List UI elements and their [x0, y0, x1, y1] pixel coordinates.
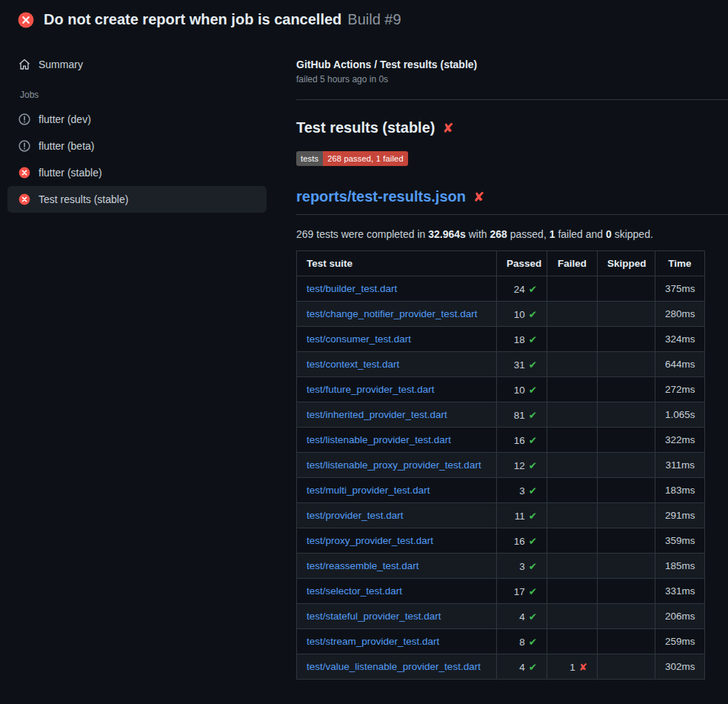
failed-status-icon	[18, 12, 34, 28]
summary-duration: 32.964s	[428, 228, 466, 240]
job-label: flutter (beta)	[39, 140, 94, 152]
passed-count: 16	[514, 435, 525, 446]
badge-value: 268 passed, 1 failed	[323, 151, 407, 166]
failed-cell	[547, 327, 598, 352]
check-icon: ✔	[529, 485, 537, 497]
skipped-cell	[598, 554, 655, 579]
run-status-text: failed 5 hours ago in 0s	[296, 74, 728, 84]
passed-count: 18	[514, 334, 525, 345]
summary-passed: 268	[490, 228, 507, 240]
job-label: flutter (dev)	[39, 113, 91, 125]
summary-text: failed and	[555, 228, 607, 240]
job-label: flutter (stable)	[39, 167, 102, 179]
test-suite-link[interactable]: test/proxy_provider_test.dart	[307, 535, 433, 546]
passed-cell: 17✔	[497, 579, 547, 604]
time-cell: 1.065s	[655, 402, 705, 428]
passed-cell: 11✔	[497, 503, 547, 528]
sidebar-item-flutter-beta[interactable]: flutter (beta)	[7, 133, 267, 159]
table-row: test/provider_test.dart 11✔ 291ms	[297, 503, 705, 528]
passed-cell: 10✔	[497, 377, 547, 402]
failed-cell	[547, 528, 598, 554]
build-number: Build #9	[347, 11, 401, 28]
passed-count: 24	[514, 284, 525, 295]
sidebar-item-test-results-stable[interactable]: Test results (stable)	[7, 186, 267, 213]
section-title-text: Test results (stable)	[296, 119, 435, 136]
table-row: test/change_notifier_provider_test.dart …	[297, 302, 705, 327]
failed-cell	[547, 377, 598, 402]
passed-cell: 31✔	[497, 352, 547, 377]
check-icon: ✔	[529, 385, 537, 396]
test-suite-link[interactable]: test/listenable_proxy_provider_test.dart	[307, 459, 481, 471]
table-row: test/stream_provider_test.dart 8✔ 259ms	[297, 629, 705, 654]
skipped-cell	[598, 654, 655, 680]
divider	[296, 99, 728, 100]
passed-cell: 16✔	[497, 528, 547, 554]
suite-cell: test/future_provider_test.dart	[297, 377, 497, 402]
test-suite-link[interactable]: test/context_test.dart	[307, 359, 399, 370]
failed-cell	[547, 302, 598, 327]
report-file-link[interactable]: reports/test-results.json	[296, 188, 466, 205]
col-failed: Failed	[547, 251, 598, 276]
failed-icon	[19, 193, 30, 205]
sidebar-item-summary[interactable]: Summary	[7, 51, 267, 78]
table-row: test/multi_provider_test.dart 3✔ 183ms	[297, 478, 705, 503]
sidebar-item-flutter-stable[interactable]: flutter (stable)	[7, 159, 267, 186]
badge-label: tests	[296, 151, 323, 166]
skipped-cell	[598, 402, 655, 428]
test-suite-link[interactable]: test/value_listenable_provider_test.dart	[307, 661, 481, 672]
test-suite-link[interactable]: test/multi_provider_test.dart	[307, 485, 430, 496]
check-icon: ✔	[529, 435, 537, 446]
skipped-cell	[598, 276, 655, 302]
table-row: test/listenable_proxy_provider_test.dart…	[297, 453, 705, 478]
test-suite-link[interactable]: test/listenable_provider_test.dart	[307, 434, 451, 445]
passed-count: 3	[519, 485, 525, 497]
test-suite-link[interactable]: test/change_notifier_provider_test.dart	[307, 308, 477, 319]
passed-cell: 4✔	[497, 654, 547, 680]
failed-cell	[547, 629, 598, 654]
test-suite-link[interactable]: test/reassemble_test.dart	[307, 560, 419, 571]
suite-cell: test/context_test.dart	[297, 352, 497, 377]
failed-cell	[547, 402, 598, 428]
test-suite-link[interactable]: test/stream_provider_test.dart	[307, 636, 439, 647]
table-row: test/selector_test.dart 17✔ 331ms	[297, 579, 705, 604]
check-icon: ✔	[529, 359, 537, 371]
time-cell: 322ms	[655, 428, 705, 453]
job-label: Test results (stable)	[39, 193, 128, 205]
passed-cell: 24✔	[497, 276, 547, 302]
check-icon: ✔	[529, 586, 537, 597]
test-suite-link[interactable]: test/selector_test.dart	[307, 585, 402, 597]
skipped-cell	[598, 327, 655, 352]
cancelled-icon	[19, 140, 30, 152]
passed-cell: 81✔	[497, 402, 547, 428]
summary-skipped: 0	[606, 228, 612, 240]
test-suite-link[interactable]: test/consumer_test.dart	[307, 333, 411, 345]
col-time: Time	[655, 251, 705, 276]
passed-count: 10	[514, 309, 525, 320]
passed-cell: 4✔	[497, 604, 547, 629]
test-suite-link[interactable]: test/stateful_provider_test.dart	[307, 611, 441, 622]
test-suite-link[interactable]: test/future_provider_test.dart	[307, 384, 435, 395]
suite-cell: test/stateful_provider_test.dart	[297, 604, 497, 629]
failed-cell	[547, 352, 598, 377]
check-icon: ✔	[529, 284, 537, 295]
time-cell: 259ms	[655, 629, 705, 654]
check-icon: ✔	[529, 511, 537, 522]
sidebar-item-flutter-dev[interactable]: flutter (dev)	[7, 106, 267, 133]
time-cell: 324ms	[655, 327, 705, 352]
suite-cell: test/provider_test.dart	[297, 503, 497, 528]
suite-cell: test/stream_provider_test.dart	[297, 629, 497, 654]
skipped-cell	[598, 478, 655, 503]
passed-cell: 10✔	[497, 302, 547, 327]
suite-cell: test/change_notifier_provider_test.dart	[297, 302, 497, 327]
test-suite-link[interactable]: test/inherited_provider_test.dart	[307, 409, 447, 420]
check-icon: ✔	[529, 410, 537, 421]
sidebar-item-label: Summary	[39, 59, 83, 70]
check-icon: ✔	[529, 561, 537, 572]
passed-cell: 16✔	[497, 428, 547, 453]
test-suite-link[interactable]: test/builder_test.dart	[307, 283, 397, 294]
skipped-cell	[598, 453, 655, 478]
test-suite-link[interactable]: test/provider_test.dart	[307, 510, 404, 521]
cross-icon: ✘	[579, 662, 587, 673]
table-row: test/inherited_provider_test.dart 81✔ 1.…	[297, 402, 705, 428]
passed-count: 3	[519, 561, 525, 572]
